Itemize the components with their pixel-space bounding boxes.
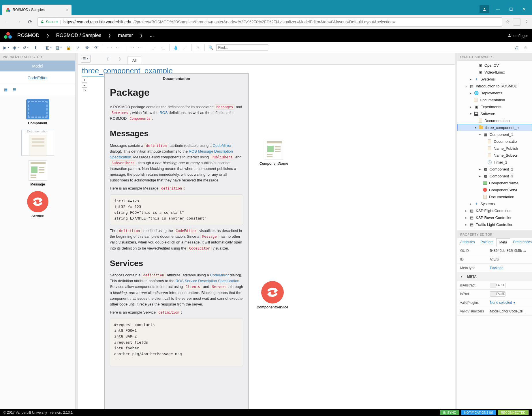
prop-toggle[interactable]: FALSE: [490, 291, 529, 297]
eye-button[interactable]: 👁: [92, 44, 100, 52]
tab-pointers[interactable]: Pointers: [478, 238, 496, 246]
back-icon[interactable]: ←: [3, 18, 11, 26]
zoom-out-button[interactable]: −: [82, 83, 87, 88]
rotate-button[interactable]: ↗: [74, 44, 82, 52]
maximize-icon[interactable]: ☐: [504, 5, 518, 14]
bookmark-star-icon[interactable]: ☆: [505, 19, 510, 25]
object-browser-header: OBJECT BROWSER: [457, 53, 532, 61]
expand-icon[interactable]: ▸: [464, 216, 468, 219]
canvas-node-componentname[interactable]: ComponentName: [260, 140, 288, 166]
canvas-node-componentservice[interactable]: ComponentService: [257, 281, 288, 309]
prop-key: GUID: [460, 249, 488, 253]
info-button[interactable]: ℹ: [31, 44, 40, 52]
handle-left-button[interactable]: ⎯◦: [150, 44, 158, 52]
print-button[interactable]: 🖨: [512, 44, 520, 52]
play-button[interactable]: ▶▼: [2, 44, 11, 52]
reload-icon[interactable]: ⟳: [26, 18, 34, 26]
expand-icon[interactable]: ▸: [464, 223, 468, 226]
doc-code-block: int32 X=123 int32 Y=-123 string FOO="thi…: [110, 194, 243, 225]
prop-dropdown[interactable]: None selected ▼: [490, 301, 529, 305]
visualizer-model-tab[interactable]: Model: [0, 61, 75, 72]
tree-node-selected[interactable]: ▾three_component_e: [457, 124, 532, 131]
canvas[interactable]: three_component_example + − 1x Documenta…: [78, 65, 455, 409]
view-list-icon[interactable]: ☰: [13, 87, 16, 92]
service-icon: [483, 188, 487, 192]
tab-meta[interactable]: Meta: [496, 238, 510, 246]
crumb-app[interactable]: ROSMOD: [17, 33, 40, 38]
expand-icon[interactable]: ▸: [478, 175, 482, 178]
browser-tab[interactable]: ROSMOD / Samples ×: [2, 5, 72, 15]
username[interactable]: emfinger: [513, 33, 528, 38]
cancel-circle-button[interactable]: ⊘: [522, 44, 530, 52]
address-bar[interactable]: Secure | https://rosmod.rcps.isis.vander…: [37, 17, 502, 27]
close-window-icon[interactable]: ✕: [518, 5, 531, 14]
collapse-icon[interactable]: ▾: [464, 85, 468, 88]
grid-button[interactable]: ▦▼: [54, 44, 63, 52]
prop-value[interactable]: /v/0/f/i: [490, 257, 529, 261]
footer: © 2017 Vanderbilt University version: 2.…: [0, 409, 532, 416]
line-button[interactable]: ／: [181, 44, 189, 52]
tab-attributes[interactable]: Attributes: [457, 238, 478, 246]
arrow-in-left-button[interactable]: ←•: [105, 44, 113, 52]
expand-icon[interactable]: ▸: [464, 209, 468, 212]
canvas-forward-icon[interactable]: ❯: [115, 55, 124, 63]
palette-component[interactable]: Component: [20, 99, 55, 125]
arrow-in-right-button[interactable]: •→: [137, 44, 145, 52]
prop-value[interactable]: ModelEditor CodeEdi...: [490, 309, 529, 313]
extension-icon[interactable]: [513, 18, 520, 26]
documentation-panel[interactable]: Documentation Package A ROSMOD package c…: [104, 73, 249, 409]
canvas-back-icon[interactable]: ❮: [103, 55, 112, 63]
disk-icon: [474, 112, 478, 116]
expand-icon[interactable]: ▸: [469, 105, 472, 108]
splitter-left[interactable]: [76, 53, 78, 409]
undo-button[interactable]: ↺▼: [22, 44, 30, 52]
palette-documentation[interactable]: Documentation: [20, 130, 55, 156]
font-button[interactable]: A: [194, 44, 202, 52]
tab-preferences[interactable]: Preferences: [510, 238, 532, 246]
prop-value[interactable]: Package: [490, 266, 529, 270]
move-button[interactable]: ✥: [83, 44, 91, 52]
lock-button[interactable]: 🔒: [65, 44, 73, 52]
menu-kebab-icon[interactable]: ⋮: [524, 19, 529, 25]
panel-left-button[interactable]: ◧▼: [44, 44, 53, 52]
collapse-icon[interactable]: ▾: [474, 126, 477, 129]
droplet-button[interactable]: 💧: [172, 44, 180, 52]
collapse-icon[interactable]: ▾: [469, 112, 472, 115]
minimize-icon[interactable]: —: [491, 5, 504, 14]
badge-notifications[interactable]: NOTIFICATIONS [0]: [461, 410, 496, 415]
crumb-more[interactable]: ...: [150, 33, 154, 38]
arrow-out-right-button[interactable]: →•: [127, 44, 136, 52]
visualizer-selector-header: VISUALIZER SELECTOR: [0, 53, 75, 61]
chrome-user-icon[interactable]: [480, 5, 489, 13]
prop-toggle[interactable]: FALSE: [490, 283, 529, 288]
expand-icon[interactable]: ▸: [469, 202, 472, 205]
expand-icon[interactable]: ▸: [469, 78, 472, 81]
visualizer-codeeditor-tab[interactable]: CodeEditor: [0, 72, 75, 84]
canvas-crumb-tab[interactable]: All: [127, 56, 141, 64]
prop-value[interactable]: 548649bb-892f-9b5b-...: [490, 249, 529, 253]
arrow-out-left-button[interactable]: •←: [114, 44, 123, 52]
expand-icon[interactable]: ▸: [469, 91, 472, 95]
canvas-list-button[interactable]: ☰▼: [81, 55, 91, 63]
find-input[interactable]: [216, 44, 268, 51]
tab-close-icon[interactable]: ×: [66, 8, 68, 12]
badge-reconnected[interactable]: RECONNECTED: [498, 410, 529, 415]
splitter-right[interactable]: [455, 53, 457, 409]
collapse-icon[interactable]: ▼: [460, 275, 463, 278]
svg-point-1: [509, 34, 510, 35]
badge-insync[interactable]: IN SYNC: [440, 410, 459, 415]
handle-right-button[interactable]: ◦⎯: [159, 44, 167, 52]
palette-message[interactable]: Message: [20, 160, 55, 186]
doc-icon: [479, 119, 482, 123]
palette-service[interactable]: Service: [20, 191, 55, 218]
target-button[interactable]: ◉▼: [12, 44, 20, 52]
project-icon: ▤: [469, 222, 474, 227]
crumb-project[interactable]: ROSMOD / Samples: [56, 33, 101, 38]
object-tree[interactable]: ▣OpenCV ▣Video4Linux ▸✦Systems ▾▤Introdu…: [457, 61, 532, 231]
crumb-branch[interactable]: master: [118, 33, 133, 38]
expand-icon[interactable]: ▸: [478, 168, 482, 171]
zoom-in-button[interactable]: +: [82, 78, 87, 83]
collapse-icon[interactable]: ▾: [478, 133, 482, 136]
secure-badge: Secure: [41, 20, 58, 24]
view-grid-icon[interactable]: ▦: [4, 87, 7, 92]
